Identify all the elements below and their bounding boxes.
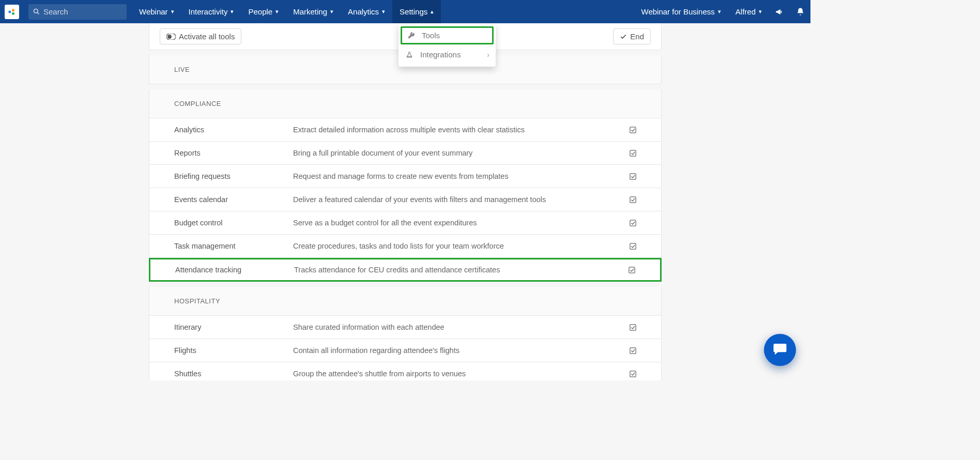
dropdown-label: Tools [422,31,440,40]
chevron-down-icon: ▾ [275,8,279,15]
spacer [149,282,662,287]
sections: LIVECOMPLIANCEAnalyticsExtract detailed … [149,50,662,380]
chevron-down-icon: ▾ [382,8,385,15]
svg-rect-14 [630,324,635,330]
tool-name: Analytics [174,126,293,134]
tool-row[interactable]: Budget controlServe as a budget control … [149,211,662,235]
tool-description: Share curated information with each atte… [293,323,615,331]
tool-row[interactable]: Task managementCreate procedures, tasks … [149,235,662,258]
nav-webinar[interactable]: Webinar ▾ [132,0,181,23]
tool-row[interactable]: ItineraryShare curated information with … [149,316,662,339]
nav-interactivity[interactable]: Interactivity ▾ [181,0,241,23]
nav-label: Analytics [348,7,379,16]
section-title: LIVE [174,66,190,73]
tool-enabled-checkbox[interactable] [615,219,651,227]
check-icon [620,33,627,40]
search-input[interactable] [43,7,122,16]
tool-name: Attendance tracking [175,266,294,274]
tool-name: Itinerary [174,323,293,331]
svg-point-0 [8,10,11,13]
dropdown-item-tools[interactable]: Tools [401,26,494,44]
activate-all-button[interactable]: Activate all tools [160,28,241,44]
search-container[interactable] [28,4,127,20]
tool-row[interactable]: Events calendarDeliver a featured calend… [149,188,662,211]
nav-people[interactable]: People ▾ [241,0,286,23]
svg-point-1 [12,9,14,11]
tool-enabled-checkbox[interactable] [615,173,651,180]
nav-analytics[interactable]: Analytics ▾ [341,0,392,23]
logo[interactable] [0,0,23,23]
tool-enabled-checkbox[interactable] [615,242,651,250]
tool-row[interactable]: ReportsBring a full printable document o… [149,142,662,165]
tool-name: Reports [174,149,293,157]
notifications-button[interactable] [790,0,810,23]
workspace-selector[interactable]: Webinar for Business ▾ [634,0,728,23]
tool-description: Contain all information regarding attend… [293,346,615,355]
button-label: Activate all tools [179,32,235,41]
nav-label: Marketing [293,7,327,16]
search-icon [33,8,40,16]
svg-rect-8 [630,150,635,156]
button-label: End [630,32,644,41]
tool-description: Deliver a featured calendar of your even… [293,195,615,204]
dropdown-item-integrations[interactable]: Integrations › [399,45,496,64]
tool-enabled-checkbox[interactable] [615,196,651,204]
tool-row[interactable]: Attendance trackingTracks attendance for… [149,258,662,282]
tool-row[interactable]: AnalyticsExtract detailed information ac… [149,118,662,142]
svg-point-6 [167,35,172,39]
nav-label: Webinar [139,7,168,16]
tool-name: Task management [174,242,293,250]
logo-icon [5,5,19,19]
megaphone-icon [775,7,784,17]
svg-rect-7 [630,127,635,132]
navbar: Webinar ▾ Interactivity ▾ People ▾ Marke… [0,0,810,23]
announcements-button[interactable] [769,0,790,23]
section-header: COMPLIANCE [149,89,662,118]
nav-marketing[interactable]: Marketing ▾ [286,0,341,23]
wrench-icon [406,32,416,39]
user-menu[interactable]: Alfred ▾ [728,0,769,23]
chevron-down-icon: ▾ [718,8,721,15]
svg-rect-12 [630,243,635,249]
tool-row[interactable]: ShuttlesGroup the attendee's shuttle fro… [149,362,662,380]
svg-point-3 [34,9,38,13]
section-title: COMPLIANCE [174,100,221,108]
svg-rect-11 [630,220,635,225]
svg-line-4 [37,12,39,14]
section-header: HOSPITALITY [149,287,662,316]
tool-description: Create procedures, tasks and todo lists … [293,242,615,250]
tool-enabled-checkbox[interactable] [614,266,650,274]
tool-enabled-checkbox[interactable] [615,370,651,378]
nav-label: People [248,7,272,16]
tool-enabled-checkbox[interactable] [615,149,651,157]
tool-enabled-checkbox[interactable] [615,347,651,355]
chevron-down-icon: ▾ [330,8,333,15]
chevron-down-icon: ▾ [171,8,174,15]
tool-name: Shuttles [174,370,293,378]
tool-name: Budget control [174,219,293,227]
svg-rect-10 [630,196,635,202]
chat-launcher[interactable] [764,334,796,366]
svg-point-2 [12,12,14,14]
section-title: HOSPITALITY [174,297,220,305]
tool-name: Briefing requests [174,172,293,180]
tool-enabled-checkbox[interactable] [615,324,651,331]
nav-settings[interactable]: Settings ▴ [392,0,441,23]
tool-enabled-checkbox[interactable] [615,126,651,134]
bell-icon [796,7,805,16]
flask-icon [405,51,414,58]
chevron-up-icon: ▴ [431,8,434,15]
end-button[interactable]: End [613,28,651,44]
page: Activate all tools End LIVECOMPLIANCEAna… [149,23,662,380]
tool-description: Extract detailed information across mult… [293,126,615,134]
svg-rect-13 [629,267,634,272]
tool-row[interactable]: Briefing requestsRequest and manage form… [149,165,662,188]
workspace-label: Webinar for Business [641,7,715,16]
svg-rect-15 [630,347,635,353]
tool-description: Request and manage forms to create new e… [293,172,615,180]
tool-row[interactable]: FlightsContain all information regarding… [149,339,662,362]
nav-label: Interactivity [189,7,228,16]
tool-description: Serve as a budget control for all the ev… [293,219,615,227]
user-label: Alfred [736,7,756,16]
tool-description: Bring a full printable document of your … [293,149,615,157]
